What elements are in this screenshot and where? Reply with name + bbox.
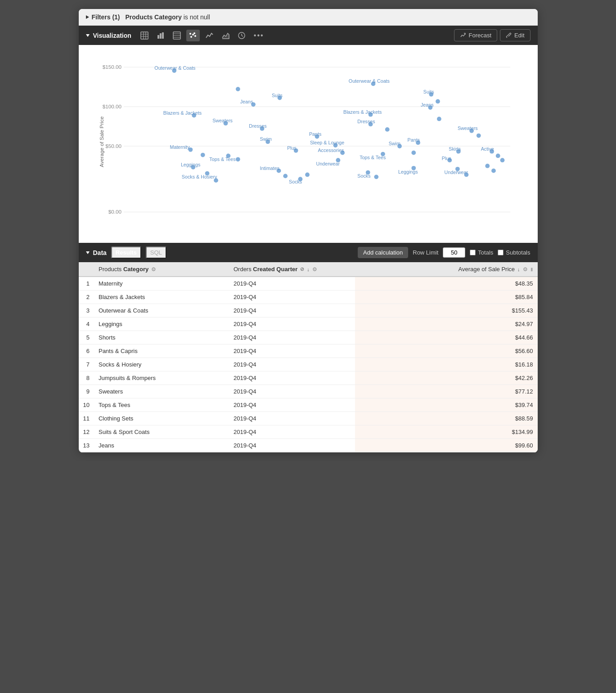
data-toggle[interactable]: Data (86, 249, 107, 256)
table-scroll[interactable]: Products Category ⚙ Orders Created Quart… (79, 262, 538, 452)
viz-toggle[interactable]: Visualization (86, 32, 131, 39)
svg-text:Sleep & Lounge: Sleep & Lounge (310, 140, 344, 145)
totals-checkbox-label[interactable]: Totals (470, 249, 493, 256)
pivot-icon-btn[interactable] (170, 30, 184, 41)
table-icon-btn[interactable] (138, 30, 151, 41)
svg-point-87 (385, 127, 389, 132)
cell-category-4: Leggings (94, 317, 229, 331)
cell-quarter-4: 2019-Q4 (229, 317, 355, 331)
area-icon-btn[interactable] (219, 30, 232, 41)
edit-button[interactable]: Edit (500, 29, 530, 41)
clock-icon-btn[interactable] (235, 30, 248, 41)
svg-text:Leggings: Leggings (398, 169, 418, 174)
tab-sql[interactable]: SQL (146, 246, 166, 259)
svg-point-12 (190, 36, 192, 38)
line-icon-btn[interactable] (202, 30, 216, 41)
subtotals-label: Subtotals (506, 249, 530, 256)
svg-point-15 (193, 32, 195, 34)
svg-text:Socks & Hosiery: Socks & Hosiery (181, 174, 217, 179)
add-calculation-button[interactable]: Add calculation (358, 247, 408, 258)
price-gear-icon[interactable]: ⚙ (523, 266, 528, 273)
row-num-10: 10 (79, 398, 94, 412)
subtotals-checkbox-label[interactable]: Subtotals (498, 249, 530, 256)
cell-category-10: Tops & Tees (94, 398, 229, 412)
svg-text:Pants: Pants (309, 131, 321, 137)
tab-results[interactable]: Results (111, 246, 141, 259)
svg-point-16 (189, 33, 191, 35)
cell-quarter-2: 2019-Q4 (229, 291, 355, 304)
bar-chart-icon-btn[interactable] (154, 30, 167, 41)
table-row: 10 Tops & Tees 2019-Q4 $39.74 (79, 398, 538, 412)
svg-text:Tops & Tees: Tops & Tees (360, 155, 386, 160)
svg-rect-7 (162, 32, 164, 39)
svg-point-116 (491, 169, 496, 173)
more-icon-btn[interactable]: ••• (251, 30, 267, 41)
th-inner-category: Products Category ⚙ (99, 266, 225, 273)
viz-arrow-icon (86, 34, 90, 37)
cell-price-10: $39.74 (355, 398, 538, 412)
cell-quarter-6: 2019-Q4 (229, 344, 355, 358)
subtotals-checkbox[interactable] (498, 250, 504, 255)
svg-text:Plus: Plus (287, 145, 297, 151)
svg-line-20 (506, 36, 508, 37)
table-body: 1 Maternity 2019-Q4 $48.35 2 Blazers & J… (79, 277, 538, 452)
svg-text:Socks: Socks (357, 173, 370, 179)
cell-quarter-11: 2019-Q4 (229, 412, 355, 425)
forecast-button[interactable]: Forecast (454, 29, 498, 41)
svg-point-75 (298, 177, 302, 181)
cell-price-4: $24.97 (355, 317, 538, 331)
category-gear-icon[interactable]: ⚙ (151, 266, 156, 273)
row-num-12: 12 (79, 425, 94, 439)
row-num-header (79, 262, 94, 277)
data-arrow-icon (86, 251, 90, 254)
row-num-4: 4 (79, 317, 94, 331)
svg-rect-0 (141, 32, 148, 39)
quarter-sort-icon[interactable]: ↓ (307, 267, 310, 272)
table-row: 5 Shorts 2019-Q4 $44.66 (79, 331, 538, 344)
svg-point-114 (374, 174, 378, 179)
svg-text:$0.00: $0.00 (108, 209, 121, 215)
svg-point-103 (495, 154, 500, 158)
row-num-2: 2 (79, 291, 94, 304)
clock-icon (238, 31, 246, 40)
scroll-indicator[interactable]: ▮ (531, 267, 533, 272)
more-dots-icon: ••• (254, 31, 264, 40)
svg-rect-5 (157, 35, 159, 39)
svg-point-91 (476, 134, 481, 138)
svg-point-88 (437, 117, 441, 121)
totals-checkbox[interactable] (470, 250, 476, 255)
row-num-7: 7 (79, 358, 94, 371)
col-price-label: Average of Sale Price (459, 266, 515, 273)
svg-text:Tops & Tees: Tops & Tees (209, 156, 235, 162)
svg-point-111 (464, 173, 468, 177)
bar-chart-icon (157, 31, 165, 40)
quarter-gear-icon[interactable]: ⚙ (312, 266, 317, 273)
svg-text:Accessories: Accessories (318, 148, 344, 153)
col-quarter-bold: Created Quarter (253, 266, 297, 273)
row-limit-input[interactable] (443, 247, 465, 258)
svg-point-72 (283, 174, 288, 179)
cell-category-11: Clothing Sets (94, 412, 229, 425)
price-sort-icon[interactable]: ↓ (517, 267, 520, 272)
scatter-icon-btn[interactable] (186, 30, 200, 41)
row-num-11: 11 (79, 412, 94, 425)
col-category-label: Products Category (99, 266, 148, 273)
th-inner-price: Average of Sale Price ↓ ⚙ ▮ (360, 266, 533, 273)
svg-text:$50.00: $50.00 (105, 143, 121, 149)
cell-category-9: Sweaters (94, 385, 229, 398)
cell-quarter-3: 2019-Q4 (229, 304, 355, 317)
quarter-filter-icon[interactable]: ⊘ (300, 266, 304, 272)
data-section-label: Data (93, 249, 107, 256)
filter-toggle[interactable]: Filters (1) (86, 13, 120, 21)
cell-price-3: $155.43 (355, 304, 538, 317)
svg-point-80 (436, 99, 440, 104)
cell-price-11: $88.59 (355, 412, 538, 425)
edit-label: Edit (514, 32, 524, 39)
col-quarter-label: Orders Created Quarter (234, 266, 297, 273)
cell-price-8: $42.26 (355, 371, 538, 385)
viz-section-label: Visualization (93, 32, 131, 39)
filter-arrow-icon (86, 15, 89, 19)
cell-quarter-1: 2019-Q4 (229, 277, 355, 291)
svg-point-13 (192, 34, 194, 36)
svg-text:Maternity: Maternity (170, 144, 190, 150)
